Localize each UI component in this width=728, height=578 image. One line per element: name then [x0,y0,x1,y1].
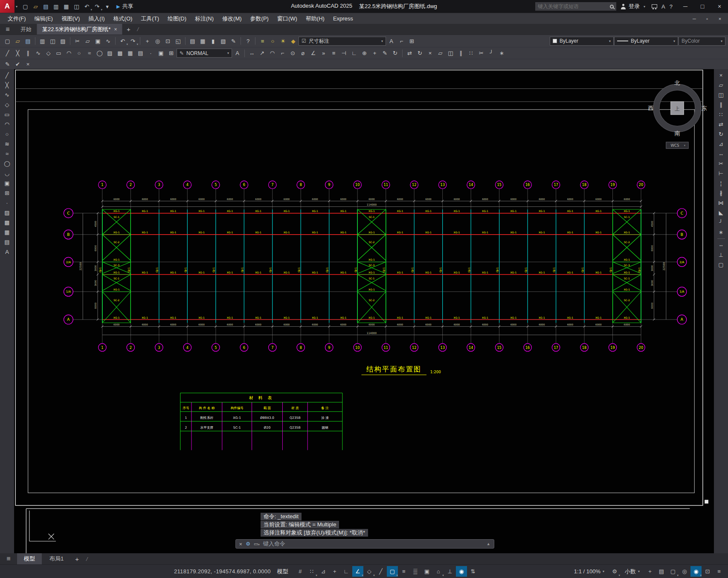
rectangle-icon[interactable]: ▭ [54,49,64,58]
expand-command-history-icon[interactable]: ▲ [487,542,490,546]
erase-icon[interactable]: × [716,70,727,80]
menu-view[interactable]: 视图(V) [57,13,84,24]
autodesk-access-icon[interactable]: A [661,3,665,10]
object-color-combo[interactable]: ByLayer ▾ [550,37,614,46]
rotate-icon[interactable]: ↻ [415,49,425,58]
tab-drawing[interactable]: 某22.5米跨钢结构厂房图纸* × [37,24,122,35]
command-close-icon[interactable]: × [239,541,243,547]
menu-parametric[interactable]: 参数(P) [246,13,273,24]
move-icon[interactable]: ⇄ [405,49,415,58]
explode-icon[interactable]: ∗ [497,49,507,58]
undo-icon[interactable]: ↶▾ [118,36,128,46]
dim-continue-icon[interactable]: ⊣ [339,49,349,58]
lock-ui-icon[interactable]: ▢▾ [667,566,679,577]
isolate-objects-icon[interactable]: ◎ [679,566,690,577]
trim-icon[interactable]: ✂ [476,49,486,58]
ellipse-arc-icon[interactable]: ◡ [2,168,13,178]
command-line[interactable]: × ⚙ ▭▾ 键入命令 ▲ [235,539,494,549]
named-views-icon[interactable]: ▢ [716,260,727,270]
fillet-icon[interactable]: ╯ [716,218,727,227]
trim-icon[interactable]: ✂ [716,159,727,168]
search-input[interactable] [538,3,607,9]
tool-palettes-icon[interactable]: ▮ [208,36,218,46]
ortho-mode-icon[interactable]: ∟ [341,566,352,577]
menu-modify[interactable]: 修改(M) [218,13,246,24]
stretch-icon[interactable]: ↔ [716,149,727,159]
qsave-icon[interactable]: ▤ [23,36,33,46]
3d-object-snap-icon[interactable]: ⌂▾ [433,566,444,577]
linetype-combo[interactable]: ByLayer ▾ [614,37,678,46]
recent-commands-icon[interactable]: ▭▾ [254,541,260,547]
annotation-monitor-icon[interactable]: + [644,566,655,577]
menu-edit[interactable]: 编辑(E) [30,13,57,24]
ucs-icon[interactable]: ⊥ [716,250,727,260]
match-properties-icon[interactable]: ∿ [103,36,113,46]
annotation-scale-display[interactable]: 1:1 / 100% ▾ [571,568,608,575]
multileader-icon[interactable]: ∟ [349,49,359,58]
batch-plot-icon[interactable]: ◫ [72,2,81,11]
offset-icon[interactable]: ∥ [456,49,466,58]
menu-window[interactable]: 窗口(W) [273,13,302,24]
markup-set-manager-icon[interactable]: ✎ [229,36,238,46]
autocad-logo-icon[interactable]: A [0,0,15,13]
edit-block-in-place-icon[interactable]: ✎ [3,60,12,69]
line-icon[interactable]: ╱ [3,49,12,58]
tolerance-icon[interactable]: ⊕ [360,49,369,58]
revision-cloud-icon[interactable]: ≋ [2,139,13,149]
dim-arc-length-icon[interactable]: ◠ [267,49,277,58]
dim-update-icon[interactable]: ↻ [390,49,400,58]
search-icon[interactable] [610,5,614,9]
menu-help[interactable]: 帮助(H) [302,13,329,24]
construction-line-icon[interactable]: ╳ [13,49,23,58]
undo-icon[interactable]: ↶▾ [82,2,92,11]
multiline-icon[interactable]: ∥ [23,49,33,58]
menu-express[interactable]: Express [329,14,357,23]
point-icon[interactable]: · [2,198,13,208]
tab-layout1[interactable]: 布局1 [43,553,70,564]
menu-draw[interactable]: 绘图(D) [163,13,191,24]
navigation-compass[interactable]: 上北南西东 [648,80,707,137]
menu-dimension[interactable]: 标注(N) [191,13,218,24]
close-button[interactable]: × [711,0,728,13]
tab-start[interactable]: 开始 [15,24,37,35]
menu-format[interactable]: 格式(O) [109,13,137,24]
table-icon[interactable]: ▤ [136,49,145,58]
autoscale-icon[interactable]: ⇅ [467,566,479,577]
graphics-performance-icon[interactable]: ◉▾ [690,566,702,577]
polygon-icon[interactable]: ◇ [2,100,13,110]
mtext-icon[interactable]: A [2,247,13,257]
model-space-button[interactable]: 模型 [277,568,288,575]
new-file-icon[interactable]: ▢ [20,2,30,11]
construction-line-icon[interactable]: ╳ [2,80,13,90]
properties-palette-icon[interactable]: ▤ [188,36,197,46]
save-file-icon[interactable]: ▤ [41,2,51,11]
pan-icon[interactable]: + [142,36,152,46]
extend-icon[interactable]: ⊢ [716,168,727,178]
copy-icon[interactable]: ▱ [716,80,727,90]
join-icon[interactable]: ⋈ [716,198,727,208]
menu-insert[interactable]: 插入(I) [84,13,109,24]
scale-icon[interactable]: ⊿ [716,139,727,149]
break-icon[interactable]: ∦ [716,188,727,198]
zoom-realtime-icon[interactable]: ◎ [153,36,162,46]
open-file-icon[interactable]: ▱ [31,2,41,11]
workspace-dropdown-icon[interactable]: ▾ [102,2,112,11]
gradient-icon[interactable]: ▩ [2,218,13,227]
mtext-icon[interactable]: A [232,49,242,58]
sheet-set-manager-icon[interactable]: ▧ [218,36,228,46]
array-icon[interactable]: ∷ [466,49,476,58]
polyline-icon[interactable]: ∿ [33,49,43,58]
layout-tabs-menu-icon[interactable]: ≡ [1,555,16,563]
doc-restore-button[interactable]: ▫ [701,14,713,24]
annotation-visibility-icon[interactable]: ◉ [456,566,467,577]
redo-icon[interactable]: ↷▾ [128,36,138,46]
share-button[interactable]: ▶ 共享 [116,3,133,10]
layer-on-off-icon[interactable]: ○ [268,36,278,46]
object-snap-tracking-icon[interactable]: ╱ [375,566,386,577]
circle-icon[interactable]: ○ [2,129,13,139]
object-snap-icon[interactable]: ▢▾ [387,566,398,577]
clean-screen-icon[interactable]: ⊡ [702,566,713,577]
redo-icon[interactable]: ↷▾ [92,2,102,11]
zoom-window-icon[interactable]: ⊡ [163,36,173,46]
arc-icon[interactable]: ◠ [64,49,74,58]
